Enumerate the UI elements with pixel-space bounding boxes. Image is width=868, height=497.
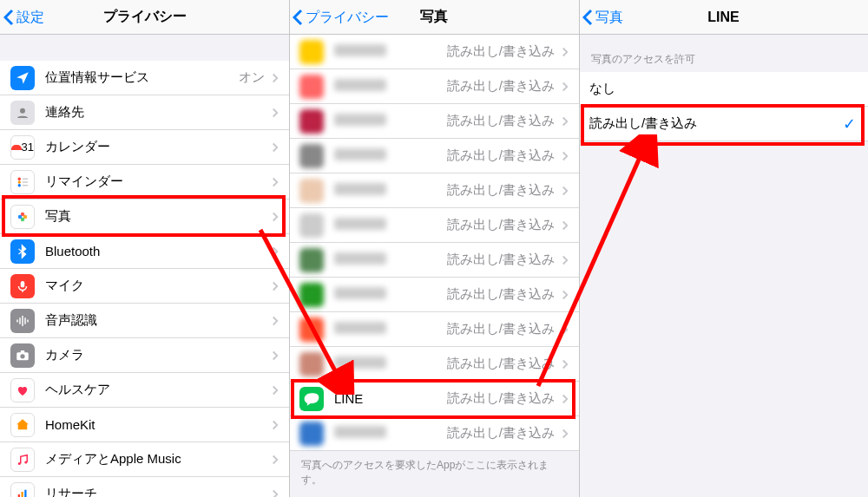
row-trailing: 読み出し/書き込み: [447, 425, 555, 441]
photos-app-row-app10[interactable]: 読み出し/書き込み: [289, 347, 579, 382]
photos-app-row-app6[interactable]: 読み出し/書き込み: [289, 208, 579, 243]
chevron-right-icon: [272, 420, 279, 430]
row-label: [334, 218, 447, 232]
row-label: マイク: [45, 278, 268, 294]
svg-point-19: [20, 354, 24, 358]
footer-note: 写真へのアクセスを要求したAppがここに表示されます。: [289, 451, 579, 497]
chevron-right-icon: [562, 428, 569, 439]
permission-options: 写真のアクセスを許可 なし読み出し/書き込み✓: [579, 35, 868, 497]
health-icon: [10, 378, 35, 402]
chevron-right-icon: [272, 177, 279, 187]
panel-privacy: 設定 プライバシー 位置情報サービスオン連絡先31カレンダーリマインダー写真Bl…: [0, 0, 289, 497]
nav-title: LINE: [707, 10, 739, 25]
row-trailing: 読み出し/書き込み: [447, 113, 555, 129]
svg-rect-22: [22, 492, 23, 498]
row-label: [334, 79, 447, 94]
blurred-app-icon: [299, 283, 324, 307]
row-label: [334, 426, 447, 441]
back-label: 写真: [595, 9, 623, 27]
privacy-row-contacts[interactable]: 連絡先: [0, 95, 289, 130]
camera-icon: [10, 343, 35, 368]
privacy-row-homekit[interactable]: HomeKit: [0, 408, 289, 442]
mic-icon: [10, 274, 35, 298]
chevron-right-icon: [272, 489, 279, 498]
panel-photos: プライバシー 写真 読み出し/書き込み読み出し/書き込み読み出し/書き込み読み出…: [289, 0, 579, 497]
privacy-row-speech[interactable]: 音声認識: [0, 304, 289, 338]
privacy-row-bluetooth[interactable]: Bluetooth: [0, 234, 289, 269]
photos-app-row-app9[interactable]: 読み出し/書き込み: [289, 312, 579, 347]
permission-option-none[interactable]: なし: [579, 72, 868, 107]
privacy-row-calendar[interactable]: 31カレンダー: [0, 130, 289, 165]
blurred-app-icon: [299, 75, 324, 99]
row-label: リサーチ: [45, 486, 268, 497]
row-trailing: 読み出し/書き込み: [447, 286, 555, 303]
photos-app-row-app5[interactable]: 読み出し/書き込み: [289, 173, 579, 208]
row-label: [334, 183, 447, 198]
row-trailing: 読み出し/書き込み: [447, 147, 555, 164]
line-app-icon: [299, 387, 324, 411]
photos-app-row-app4[interactable]: 読み出し/書き込み: [289, 139, 579, 173]
row-label: なし: [589, 81, 863, 97]
reminders-icon: [10, 170, 35, 194]
blurred-app-icon: [299, 317, 324, 342]
photos-app-row-app2[interactable]: 読み出し/書き込み: [289, 69, 579, 104]
blurred-app-icon: [299, 352, 324, 376]
row-label: リマインダー: [45, 173, 268, 190]
photos-app-row-app7[interactable]: 読み出し/書き込み: [289, 243, 579, 278]
chevron-right-icon: [272, 316, 279, 326]
speech-icon: [10, 309, 35, 333]
chevron-right-icon: [562, 82, 569, 92]
navbar: 写真 LINE: [579, 0, 868, 35]
blurred-app-icon: [299, 213, 324, 238]
row-trailing: 読み出し/書き込み: [447, 356, 555, 372]
bt-icon: [10, 239, 35, 264]
svg-rect-15: [22, 316, 23, 326]
back-button[interactable]: 写真: [582, 0, 623, 35]
privacy-row-media[interactable]: メディアとApple Music: [0, 442, 289, 477]
privacy-row-reminders[interactable]: リマインダー: [0, 165, 289, 199]
svg-rect-17: [27, 319, 29, 322]
svg-rect-20: [21, 350, 25, 353]
back-button[interactable]: プライバシー: [293, 0, 389, 35]
row-trailing: 読み出し/書き込み: [447, 78, 555, 95]
chevron-left-icon: [293, 9, 303, 26]
row-label: HomeKit: [45, 417, 268, 432]
privacy-list: 位置情報サービスオン連絡先31カレンダーリマインダー写真Bluetoothマイク…: [0, 35, 289, 497]
privacy-row-mic[interactable]: マイク: [0, 269, 289, 304]
chevron-right-icon: [562, 255, 569, 265]
loc-icon: [10, 66, 35, 90]
back-button[interactable]: 設定: [3, 0, 44, 35]
svg-rect-14: [19, 317, 21, 324]
row-trailing: 読み出し/書き込み: [447, 217, 555, 233]
row-label: [334, 356, 447, 371]
photos-app-row-app1[interactable]: 読み出し/書き込み: [289, 35, 579, 69]
permission-option-rw[interactable]: 読み出し/書き込み✓: [579, 107, 868, 141]
row-trailing: オン: [239, 69, 265, 86]
chevron-right-icon: [272, 73, 279, 83]
privacy-row-camera[interactable]: カメラ: [0, 338, 289, 373]
photos-app-row-line[interactable]: LINE読み出し/書き込み: [289, 382, 579, 416]
row-label: [334, 148, 447, 163]
photos-app-row-app8[interactable]: 読み出し/書き込み: [289, 278, 579, 312]
photos-app-row-app3[interactable]: 読み出し/書き込み: [289, 104, 579, 139]
privacy-row-photos[interactable]: 写真: [0, 199, 289, 234]
privacy-row-health[interactable]: ヘルスケア: [0, 373, 289, 408]
row-trailing: 読み出し/書き込み: [447, 252, 555, 268]
chevron-left-icon: [582, 9, 593, 26]
chevron-right-icon: [562, 220, 569, 231]
privacy-row-research[interactable]: リサーチ: [0, 477, 289, 497]
music-icon: [10, 448, 35, 472]
photos-app-list: 読み出し/書き込み読み出し/書き込み読み出し/書き込み読み出し/書き込み読み出し…: [289, 35, 579, 497]
row-label: カレンダー: [45, 139, 268, 155]
chevron-right-icon: [562, 47, 569, 57]
home-icon: [10, 413, 35, 437]
calendar-icon: 31: [10, 135, 35, 160]
panel-line-permission: 写真 LINE 写真のアクセスを許可 なし読み出し/書き込み✓: [579, 0, 868, 497]
row-label: [334, 44, 447, 59]
chevron-right-icon: [272, 350, 279, 361]
row-label: 位置情報サービス: [45, 69, 239, 86]
navbar: 設定 プライバシー: [0, 0, 289, 35]
photos-app-row-app12[interactable]: 読み出し/書き込み: [289, 416, 579, 451]
privacy-row-location[interactable]: 位置情報サービスオン: [0, 61, 289, 95]
chevron-right-icon: [562, 394, 569, 404]
